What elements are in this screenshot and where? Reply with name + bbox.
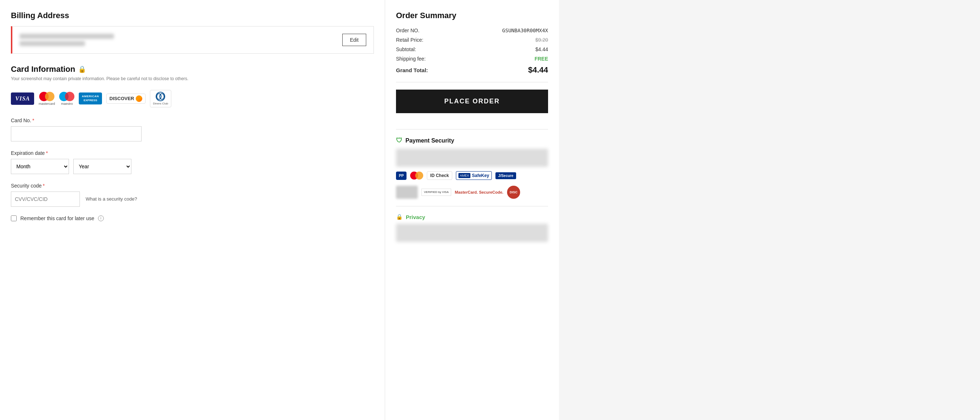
- subtotal-value: $4.44: [535, 46, 548, 52]
- mc-s-right: [415, 171, 423, 179]
- grand-total-value: $4.44: [528, 65, 548, 75]
- card-info-title: Card Information 🔒: [11, 65, 374, 74]
- order-summary-title: Order Summary: [396, 11, 548, 20]
- safekey-badge: AMEX SafeKey: [456, 171, 492, 180]
- billing-address-title: Billing Address: [11, 11, 374, 20]
- retail-price-label: Retail Price:: [396, 37, 423, 43]
- amex-bottom-text: EXPRESS: [82, 99, 99, 102]
- privacy-note: Your screenshot may contain private info…: [11, 76, 374, 81]
- security-logos-row2: VERIFIED by VISA MasterCard. SecureCode.…: [396, 186, 548, 199]
- privacy-title-text: Privacy: [406, 214, 425, 220]
- subtotal-row: Subtotal: $4.44: [396, 46, 548, 52]
- id-check-label: ID Check: [430, 173, 449, 178]
- privacy-blurred-text: [396, 224, 548, 242]
- address-box: Edit: [11, 26, 374, 54]
- maestro-circle-right: [65, 92, 75, 101]
- retail-price-row: Retail Price: $9.20: [396, 37, 548, 43]
- mc-small-logo: [410, 171, 423, 179]
- mastercard-label: mastercard: [38, 102, 55, 106]
- jcb-badge: J/Secure: [495, 172, 517, 179]
- mastercard-logo: mastercard: [38, 92, 55, 106]
- expiration-field-group: Expiration date * Month 01 02 03 04 05 0…: [11, 150, 374, 174]
- edit-address-button[interactable]: Edit: [342, 34, 366, 46]
- order-no-value: GSUNBA30R00MX4X: [502, 28, 548, 33]
- place-order-button[interactable]: PLACE ORDER: [396, 90, 548, 113]
- grand-total-row: Grand Total: $4.44: [396, 65, 548, 75]
- shipping-row: Shipping fee: FREE: [396, 56, 548, 62]
- year-select[interactable]: Year 2024 2025 2026 2027 2028 2029 2030 …: [73, 159, 131, 174]
- security-code-label: Security code *: [11, 183, 374, 189]
- expiration-required: *: [46, 150, 48, 156]
- month-select[interactable]: Month 01 02 03 04 05 06 07 08 09 10 11 1…: [11, 159, 69, 174]
- lock-icon: 🔒: [78, 65, 86, 73]
- remember-card-row: Remember this card for later use i: [11, 216, 374, 221]
- security-code-field-group: Security code * What is a security code?: [11, 183, 374, 207]
- payment-security-title-text: Payment Security: [406, 138, 454, 144]
- grand-total-label: Grand Total:: [396, 67, 428, 73]
- security-blurred-text-1: [396, 149, 548, 167]
- order-number-row: Order NO. GSUNBA30R00MX4X: [396, 28, 548, 33]
- order-no-label: Order NO.: [396, 28, 420, 33]
- security-row: What is a security code?: [11, 192, 374, 207]
- diners-label: Diners Club: [153, 102, 169, 106]
- expiration-label: Expiration date *: [11, 150, 374, 156]
- paypal-badge: PP: [396, 171, 407, 180]
- privacy-section: 🔒 Privacy: [396, 214, 548, 220]
- address-text: [20, 34, 114, 46]
- subtotal-label: Subtotal:: [396, 46, 416, 52]
- shield-icon: 🛡: [396, 137, 402, 144]
- security-label-text: Security code: [11, 183, 42, 189]
- lock-icon-2: 🔒: [396, 214, 403, 220]
- amex-logo: AMERICAN EXPRESS: [79, 92, 102, 105]
- mc-circle-right: [45, 92, 54, 101]
- card-no-label-text: Card No.: [11, 117, 31, 123]
- remember-card-checkbox[interactable]: [11, 216, 17, 221]
- security-logos-row1: PP ID Check AMEX SafeKey J/Secure: [396, 171, 548, 180]
- id-check-badge: ID Check: [427, 171, 452, 180]
- discover-dot: [136, 95, 142, 102]
- card-no-required: *: [32, 117, 34, 123]
- card-info-title-text: Card Information: [11, 65, 75, 74]
- address-line-1: [20, 34, 114, 39]
- sidebar: Order Summary Order NO. GSUNBA30R00MX4X …: [385, 0, 559, 420]
- card-number-field-group: Card No. *: [11, 117, 374, 141]
- securecode-badge: MasterCard. SecureCode.: [455, 190, 503, 194]
- shipping-value: FREE: [535, 56, 548, 62]
- card-logos: VISA mastercard maestro AMERICAN EXPRESS: [11, 90, 374, 107]
- verified-text: VERIFIED by VISA: [424, 190, 449, 194]
- security-required: *: [43, 183, 45, 189]
- maestro-label: maestro: [61, 102, 73, 106]
- verified-by-visa-badge: VERIFIED by VISA: [422, 189, 451, 196]
- amex-small-badge: AMEX: [458, 173, 471, 178]
- protec-badge-blurred: [396, 186, 418, 199]
- safekey-label: SafeKey: [472, 173, 489, 178]
- visa-wordmark: VISA: [11, 92, 34, 105]
- shipping-label: Shipping fee:: [396, 56, 426, 62]
- security-code-input[interactable]: [11, 192, 80, 207]
- security-code-help-link[interactable]: What is a security code?: [86, 196, 137, 202]
- security-divider: [396, 129, 548, 130]
- expiration-row: Month 01 02 03 04 05 06 07 08 09 10 11 1…: [11, 159, 374, 174]
- diners-club-logo: Diners Club: [150, 90, 172, 107]
- remember-card-info-icon[interactable]: i: [98, 216, 104, 221]
- discover-text: DISCOVER: [110, 96, 134, 101]
- retail-price-value: $9.20: [535, 37, 548, 43]
- privacy-divider: [396, 206, 548, 206]
- card-number-label: Card No. *: [11, 117, 374, 123]
- payment-security-section: 🛡 Payment Security: [396, 137, 548, 144]
- expiration-label-text: Expiration date: [11, 150, 45, 156]
- address-line-2: [20, 41, 85, 46]
- visa-logo: VISA: [11, 92, 34, 105]
- remember-card-label: Remember this card for later use: [20, 216, 94, 221]
- card-number-input[interactable]: [11, 126, 142, 141]
- order-divider: [396, 82, 548, 82]
- amex-top-text: AMERICAN: [82, 95, 99, 98]
- discover-logo: DISCOVER: [107, 94, 146, 104]
- disc-logo: DISC: [507, 186, 520, 199]
- maestro-logo: maestro: [59, 92, 75, 106]
